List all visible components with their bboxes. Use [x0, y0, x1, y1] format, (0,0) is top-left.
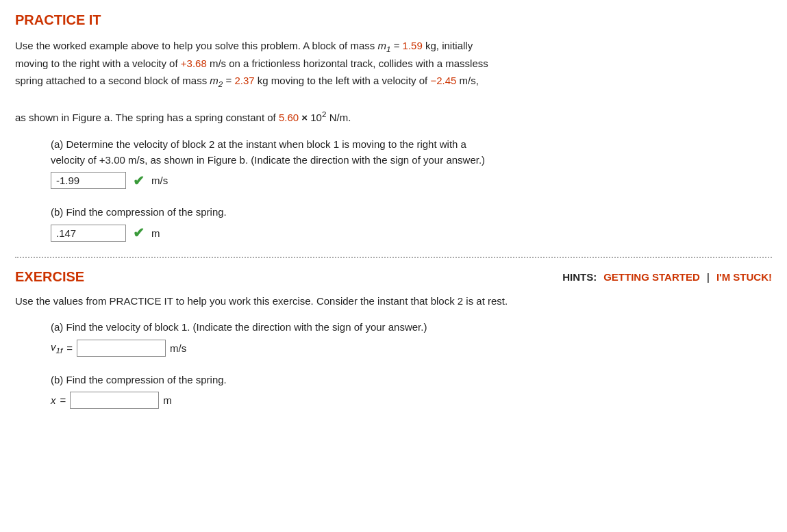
- exercise-part-b-label: (b) Find the compression of the spring.: [51, 372, 772, 388]
- part-a-answer-row: ✔ m/s: [51, 172, 772, 189]
- exercise-part-a: (a) Find the velocity of block 1. (Indic…: [51, 319, 772, 356]
- part-b-label: (b) Find the compression of the spring.: [51, 204, 772, 220]
- exercise-header: EXERCISE HINTS: GETTING STARTED | I'M ST…: [15, 269, 772, 285]
- exercise-part-b-row: x = m: [51, 392, 772, 409]
- k-pow: 102: [310, 112, 326, 123]
- part-b-input[interactable]: [51, 225, 126, 242]
- k-value: 5.60: [279, 112, 299, 123]
- m2-var: m2: [210, 75, 223, 86]
- part-a-input[interactable]: [51, 172, 126, 189]
- practice-section: PRACTICE IT Use the worked example above…: [15, 12, 772, 242]
- part-b-unit: m: [151, 227, 160, 239]
- practice-title: PRACTICE IT: [15, 12, 772, 28]
- m2-value: 2.37: [234, 75, 254, 86]
- v1f-sub: 1f: [56, 346, 63, 355]
- exercise-part-b: (b) Find the compression of the spring. …: [51, 372, 772, 409]
- v1-value: +3.68: [181, 58, 207, 69]
- m1-unit: kg, initially: [423, 40, 473, 51]
- part-b-answer-row: ✔ m: [51, 225, 772, 242]
- v1f-var: v1f: [51, 341, 62, 355]
- exercise-part-b-input[interactable]: [70, 392, 159, 409]
- problem-description: Use the worked example above to help you…: [15, 38, 772, 127]
- part-b-check-icon: ✔: [133, 225, 145, 241]
- part-a-label: (a) Determine the velocity of block 2 at…: [51, 136, 772, 168]
- intro-text: Use the worked example above to help you…: [15, 40, 377, 51]
- m1-var: m1: [377, 40, 390, 51]
- getting-started-link[interactable]: GETTING STARTED: [603, 271, 700, 283]
- exercise-title: EXERCISE: [15, 269, 84, 285]
- k-unit: N/m.: [326, 112, 351, 123]
- exercise-intro: Use the values from PRACTICE IT to help …: [15, 293, 772, 310]
- part-a-equals: =: [66, 342, 73, 354]
- exercise-part-a-label: (a) Find the velocity of block 1. (Indic…: [51, 319, 772, 335]
- line3b-text: kg moving to the left with a velocity of: [255, 75, 431, 86]
- part-a-unit: m/s: [151, 175, 168, 186]
- part-b-equals: =: [60, 394, 66, 406]
- x-var: x: [51, 394, 56, 406]
- m2-eq: =: [223, 75, 234, 86]
- line2-text: moving to the right with a velocity of: [15, 58, 181, 69]
- m1-value: 1.59: [403, 40, 423, 51]
- exercise-section: EXERCISE HINTS: GETTING STARTED | I'M ST…: [15, 269, 772, 409]
- v1f-letter: v: [51, 341, 56, 353]
- m1-eq: =: [390, 40, 402, 51]
- k-cross: ×: [299, 112, 310, 123]
- exercise-part-b-unit: m: [163, 394, 172, 406]
- v2-value: −2.45: [430, 75, 456, 86]
- im-stuck-link[interactable]: I'M STUCK!: [716, 271, 772, 283]
- practice-part-a: (a) Determine the velocity of block 2 at…: [51, 136, 772, 190]
- line3c-text: m/s,: [456, 75, 479, 86]
- line3-text: spring attached to a second block of mas…: [15, 75, 210, 86]
- part-a-check-icon: ✔: [133, 173, 145, 189]
- section-divider: [15, 257, 772, 258]
- line2b-text: m/s on a frictionless horizontal track, …: [207, 58, 488, 69]
- practice-part-b: (b) Find the compression of the spring. …: [51, 204, 772, 241]
- hints-area: HINTS: GETTING STARTED | I'M STUCK!: [562, 271, 772, 283]
- hints-label: HINTS:: [562, 271, 597, 283]
- hints-separator: |: [707, 271, 710, 283]
- exercise-part-a-unit: m/s: [170, 342, 186, 354]
- exercise-part-a-input[interactable]: [77, 340, 166, 357]
- exercise-part-a-row: v1f = m/s: [51, 340, 772, 357]
- line4-text: as shown in Figure a. The spring has a s…: [15, 112, 279, 123]
